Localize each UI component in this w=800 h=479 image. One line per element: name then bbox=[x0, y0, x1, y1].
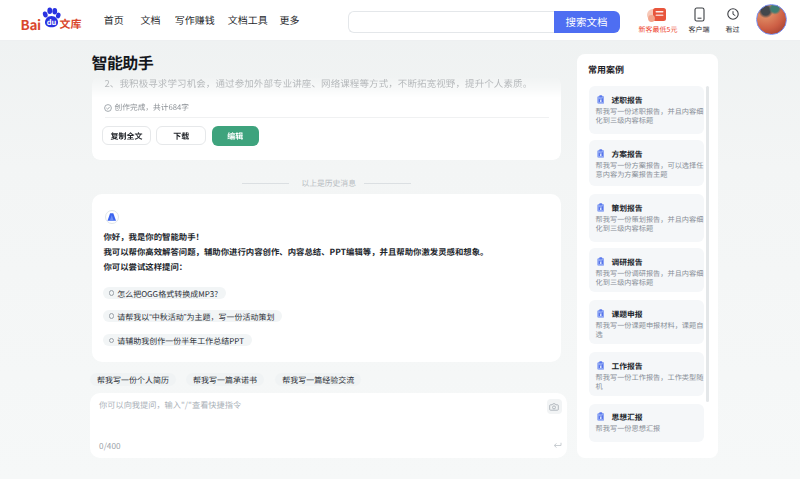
svg-text:du: du bbox=[46, 16, 56, 27]
